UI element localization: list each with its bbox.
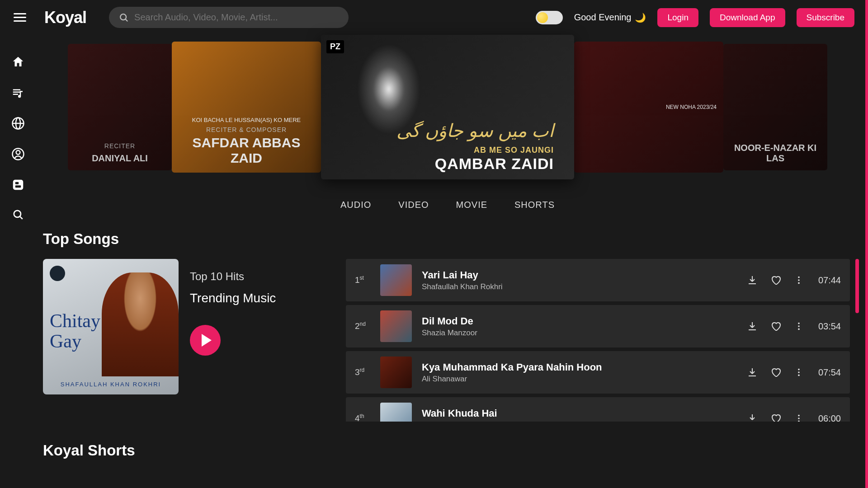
theme-toggle[interactable] [536,11,563,24]
greeting-label: Good Evening [574,12,632,23]
song-row[interactable]: 2ndDil Mod DeShazia Manzoor03:54 [346,305,850,347]
subscribe-button[interactable]: Subscribe [797,8,855,27]
song-title: Wahi Khuda Hai [422,408,737,419]
song-info: Dil Mod DeShazia Manzoor [422,315,737,338]
hero-center-sub: AB ME SO JAUNGI [474,145,554,155]
svg-point-18 [798,369,800,371]
svg-point-15 [798,323,800,324]
cover-footer: SHAFAULLAH KHAN ROKHRI [50,381,172,388]
globe-icon [11,117,25,130]
song-row[interactable]: 4thWahi Khuda HaiNusrat Fateh Ali Khan06… [346,397,850,422]
hero-card-2[interactable]: KOI BACHA LE HUSSAIN(AS) KO MERE RECITER… [172,42,321,173]
svg-rect-9 [15,185,21,188]
svg-point-6 [16,150,20,155]
song-row[interactable]: 3rdKya Muhammad Ka Pyara Nahin HoonAli S… [346,351,850,394]
more-icon[interactable] [794,275,804,285]
top10-name: Trending Music [190,291,276,305]
moon-icon: 🌙 [635,12,646,23]
hero-card-label: RECITER & COMPOSER [179,126,314,133]
hero-card-4[interactable]: NEW NOHA 2023/24 [574,42,723,173]
song-artist: Ali Shanawar [422,375,737,384]
more-icon[interactable] [794,413,804,422]
hero-card-5[interactable]: NOOR-E-NAZAR KI LAS [723,44,827,170]
search-box[interactable] [109,7,349,28]
cover-art [102,272,179,376]
song-thumb [380,403,412,422]
more-icon[interactable] [794,321,804,331]
tab-shorts[interactable]: SHORTS [514,200,555,210]
section-title-top-songs: Top Songs [43,230,859,248]
song-row[interactable]: 1stYari Lai HayShafaullah Khan Rokhri07:… [346,259,850,301]
download-icon[interactable] [747,367,758,378]
search-icon [119,13,129,23]
scrollbar[interactable] [855,259,859,313]
heart-icon[interactable] [770,367,781,378]
playlist-icon [11,86,25,99]
svg-point-20 [798,375,800,376]
hero-art [357,44,420,134]
song-actions: 03:54 [747,321,841,332]
hero-card-1[interactable]: RECITER DANIYAL ALI [68,44,172,170]
top10-cover[interactable]: Chitay Wal The Gay SHAFAULLAH KHAN ROKHR… [43,259,179,394]
hero-badge: PZ [326,40,344,53]
svg-point-16 [798,325,800,327]
hero-card-name: SAFDAR ABBAS ZAID [179,135,314,166]
sidebar [0,35,36,470]
song-duration: 03:54 [818,321,841,332]
hero-card-center[interactable]: PZ اب میں سو جاؤں گی AB ME SO JAUNGI QAM… [321,35,574,179]
login-button[interactable]: Login [657,8,698,27]
tab-video[interactable]: VIDEO [398,200,429,210]
sidebar-blog[interactable] [11,178,25,192]
tab-audio[interactable]: AUDIO [340,200,371,210]
hero-card-tag: NEW NOHA 2023/24 [666,104,717,110]
top10-meta: Top 10 Hits Trending Music [190,259,276,356]
song-thumb [380,310,412,342]
song-info: Kya Muhammad Ka Pyara Nahin HoonAli Shan… [422,361,737,384]
play-button[interactable] [190,325,221,356]
song-artist: Shafaullah Khan Rokhri [422,282,737,291]
header-right: Good Evening 🌙 Login Download App Subscr… [536,8,854,27]
sidebar-language[interactable] [11,117,25,130]
play-icon [199,334,212,347]
song-title: Yari Lai Hay [422,269,737,281]
sidebar-search[interactable] [12,209,24,221]
song-rank: 1st [355,275,370,285]
search-icon [12,209,24,221]
song-rank: 3rd [355,367,370,377]
heart-icon[interactable] [770,275,781,286]
hero-center-name: QAMBAR ZAIDI [435,155,554,173]
top-songs-featured: Chitay Wal The Gay SHAFAULLAH KHAN ROKHR… [43,259,332,422]
more-icon[interactable] [794,367,804,377]
song-info: Yari Lai HayShafaullah Khan Rokhri [422,269,737,291]
song-title: Dil Mod De [422,315,737,327]
brand-logo[interactable]: Koyal [44,8,86,27]
song-info: Wahi Khuda HaiNusrat Fateh Ali Khan [422,408,737,422]
svg-point-21 [798,415,800,417]
sidebar-home[interactable] [11,55,25,69]
download-app-button[interactable]: Download App [710,8,785,27]
download-icon[interactable] [747,413,758,422]
svg-point-14 [798,282,800,284]
song-actions: 06:00 [747,413,841,422]
greeting-text: Good Evening 🌙 [574,12,646,23]
category-tabs: AUDIO VIDEO MOVIE SHORTS [36,200,859,210]
heart-icon[interactable] [770,321,781,332]
download-icon[interactable] [747,321,758,332]
svg-point-12 [798,277,800,278]
svg-point-23 [798,421,800,422]
hamburger-menu-button[interactable] [14,11,26,24]
svg-line-11 [20,216,22,219]
song-rank: 4th [355,413,370,422]
song-actions: 07:54 [747,367,841,378]
song-thumb [380,357,412,388]
blog-icon [11,178,25,192]
tab-movie[interactable]: MOVIE [456,200,487,210]
hero-carousel: RECITER DANIYAL ALI KOI BACHA LE HUSSAIN… [36,39,859,175]
search-input[interactable] [134,12,339,23]
sidebar-playlist[interactable] [11,86,25,99]
heart-icon[interactable] [770,413,781,422]
section-title-shorts: Koyal Shorts [43,442,859,459]
download-icon[interactable] [747,275,758,286]
svg-line-1 [126,19,128,21]
sidebar-account[interactable] [11,147,25,161]
